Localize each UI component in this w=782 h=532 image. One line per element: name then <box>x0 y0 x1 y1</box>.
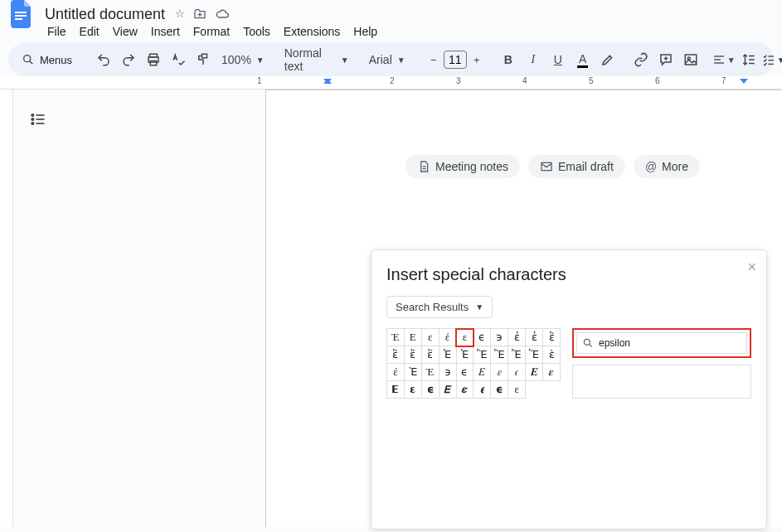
undo-button[interactable] <box>92 48 115 71</box>
search-input[interactable] <box>599 337 741 349</box>
character-cell[interactable]: 𝞊 <box>421 381 439 399</box>
character-cell[interactable]: Ὲ <box>404 364 421 381</box>
caret-icon: ▼ <box>397 56 406 65</box>
underline-button[interactable]: U <box>546 48 570 71</box>
character-cell[interactable]: ἕ <box>421 346 439 364</box>
category-dropdown[interactable]: Search Results ▼ <box>386 296 493 318</box>
left-indent-marker[interactable] <box>323 79 332 84</box>
chip-email-draft[interactable]: Email draft <box>528 155 625 178</box>
docs-logo[interactable] <box>10 0 33 29</box>
align-button[interactable]: ▼ <box>712 48 736 71</box>
chip-meeting-notes[interactable]: Meeting notes <box>406 155 520 178</box>
right-indent-marker[interactable] <box>740 79 748 84</box>
character-cell[interactable]: Ἕ <box>526 346 543 364</box>
font-size-input[interactable] <box>444 51 467 69</box>
dropdown-label: Search Results <box>396 301 469 313</box>
character-cell[interactable]: 𝝴 <box>404 381 421 399</box>
print-button[interactable] <box>142 48 165 71</box>
character-cell[interactable]: ε <box>508 381 526 399</box>
character-cell[interactable]: 𝜺 <box>543 364 561 381</box>
star-icon[interactable]: ☆ <box>175 7 185 21</box>
character-cell[interactable]: ϶ <box>439 364 456 381</box>
caret-icon: ▼ <box>727 56 736 65</box>
insert-link-button[interactable] <box>629 48 653 71</box>
character-cell[interactable]: 𝞔 <box>439 381 456 399</box>
character-cell[interactable]: ὲ <box>543 346 561 364</box>
zoom-dropdown[interactable]: 100%▼ <box>216 53 270 66</box>
character-cell[interactable]: Έ <box>387 329 405 346</box>
caret-icon: ▼ <box>475 302 483 312</box>
insert-image-button[interactable] <box>679 48 702 71</box>
character-cell[interactable]: ϵ <box>474 329 491 346</box>
search-icon <box>582 337 594 349</box>
bold-button[interactable]: B <box>497 48 520 71</box>
font-dropdown[interactable]: Arial▼ <box>364 53 414 66</box>
character-cell[interactable]: Ἓ <box>491 346 508 364</box>
character-cell[interactable]: ϶ <box>491 329 508 346</box>
character-cell[interactable]: 𝟄 <box>474 381 491 399</box>
show-outline-button[interactable] <box>25 106 51 133</box>
svg-rect-1 <box>15 15 27 17</box>
character-cell[interactable]: ἑ <box>526 329 543 346</box>
menu-file[interactable]: File <box>41 23 72 40</box>
menu-tools[interactable]: Tools <box>237 23 276 40</box>
character-cell[interactable]: ϵ <box>456 364 474 381</box>
insert-comment-button[interactable] <box>654 48 678 71</box>
horizontal-ruler: 1 2 3 4 5 6 7 <box>0 76 782 89</box>
redo-button[interactable] <box>117 48 140 71</box>
character-cell[interactable]: ἐ <box>508 329 526 346</box>
character-cell[interactable]: 𝜖 <box>508 364 526 381</box>
character-cell[interactable]: Έ <box>421 364 439 381</box>
document-title[interactable]: Untitled document <box>40 6 170 23</box>
increase-font-button[interactable]: + <box>467 50 487 70</box>
ruler-tick: 4 <box>522 76 527 85</box>
character-cell[interactable]: Ἔ <box>508 346 526 364</box>
character-cell[interactable]: ε <box>456 329 474 346</box>
special-characters-dialog: × Insert special characters Search Resul… <box>371 249 767 530</box>
decrease-font-button[interactable]: − <box>424 50 444 70</box>
move-icon[interactable] <box>193 7 206 21</box>
character-cell[interactable]: έ <box>439 329 456 346</box>
character-cell[interactable]: ἔ <box>404 346 421 364</box>
menu-insert[interactable]: Insert <box>145 23 186 40</box>
character-cell[interactable]: Ε <box>404 329 421 346</box>
text-color-button[interactable]: A <box>571 48 595 71</box>
character-cell[interactable]: Ἐ <box>439 346 456 364</box>
character-cell[interactable]: Ἒ <box>474 346 491 364</box>
highlight-button[interactable] <box>596 48 619 71</box>
menu-edit[interactable]: Edit <box>74 23 105 40</box>
character-cell[interactable]: ε <box>421 329 439 346</box>
checklist-button[interactable]: ▼ <box>762 48 782 71</box>
character-cell[interactable]: 𝞊 <box>491 381 508 399</box>
chip-more[interactable]: @ More <box>634 155 700 178</box>
character-cell[interactable]: ἓ <box>387 346 405 364</box>
search-highlight-box <box>572 328 751 358</box>
character-cell[interactable]: 𝜀 <box>491 364 508 381</box>
menu-help[interactable]: Help <box>347 23 383 40</box>
paragraph-style-dropdown[interactable]: Normal text▼ <box>279 46 354 73</box>
menus-search-button[interactable]: Menus <box>15 50 82 70</box>
toolbar: Menus 100%▼ Normal text▼ Arial▼ − + B I … <box>8 43 774 76</box>
draw-symbol-box[interactable] <box>572 365 751 399</box>
font-value: Arial <box>369 53 392 66</box>
vertical-ruler <box>0 89 13 527</box>
character-cell[interactable]: 𝞮 <box>456 381 474 399</box>
menu-extensions[interactable]: Extensions <box>278 23 346 40</box>
character-cell[interactable]: 𝛦 <box>474 364 491 381</box>
paint-format-button[interactable] <box>192 48 215 71</box>
menu-format[interactable]: Format <box>187 23 236 40</box>
menu-view[interactable]: View <box>107 23 143 40</box>
character-cell[interactable]: Ἑ <box>456 346 474 364</box>
svg-point-3 <box>24 56 31 62</box>
caret-icon: ▼ <box>777 56 782 65</box>
character-cell[interactable]: έ <box>387 364 405 381</box>
close-button[interactable]: × <box>747 259 756 276</box>
spellcheck-button[interactable] <box>167 48 190 71</box>
character-cell[interactable]: ἒ <box>543 329 561 346</box>
character-cell[interactable]: 𝝚 <box>387 381 405 399</box>
chip-label: Meeting notes <box>435 160 508 173</box>
line-spacing-button[interactable] <box>737 48 760 71</box>
italic-button[interactable]: I <box>522 48 545 71</box>
character-cell[interactable]: 𝜠 <box>526 364 543 381</box>
cloud-icon[interactable] <box>215 7 230 21</box>
